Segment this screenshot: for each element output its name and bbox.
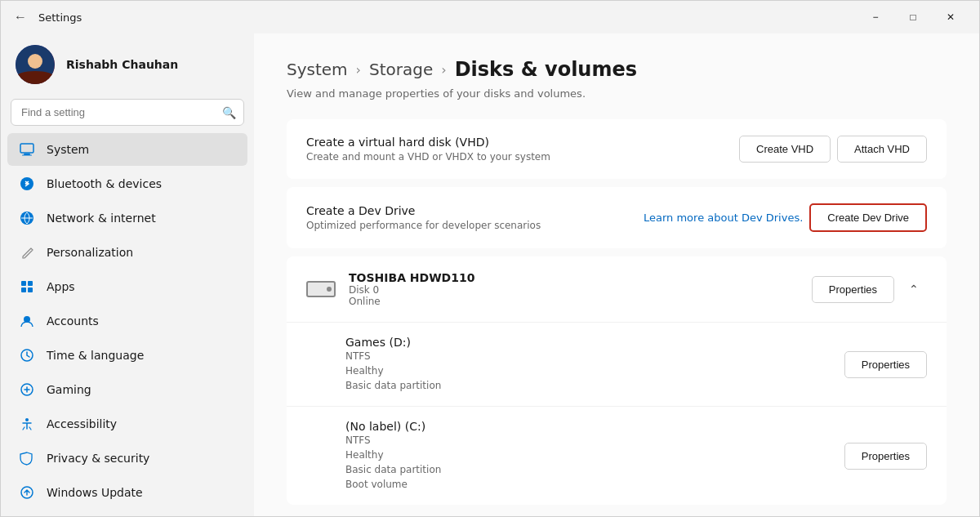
sidebar-item-label-bluetooth: Bluetooth & devices [47, 177, 162, 190]
sidebar: Rishabh Chauhan 🔍 System [1, 33, 254, 516]
disk-label: Disk 0 [349, 284, 379, 296]
devdrive-actions: Learn more about Dev Drives. Create Dev … [644, 203, 927, 232]
breadcrumb: System › Storage › Disks & volumes [287, 58, 947, 81]
volume-name-games: Games (D:) [345, 336, 831, 349]
sidebar-item-label-network: Network & internet [47, 212, 156, 225]
disk-properties-button[interactable]: Properties [812, 276, 894, 303]
sidebar-item-bluetooth[interactable]: Bluetooth & devices [7, 167, 247, 200]
attach-vhd-button[interactable]: Attach VHD [837, 136, 927, 163]
apps-icon [19, 279, 35, 295]
sidebar-item-time[interactable]: Time & language [7, 339, 247, 372]
devdrive-text: Create a Dev Drive Optimized performance… [306, 204, 627, 231]
sidebar-item-label-privacy: Privacy & security [47, 452, 149, 465]
titlebar-controls: − □ ✕ [857, 4, 969, 30]
breadcrumb-storage[interactable]: Storage [369, 60, 433, 79]
sidebar-item-windowsupdate[interactable]: Windows Update [7, 476, 247, 509]
search-box: 🔍 [11, 99, 244, 126]
sidebar-item-label-time: Time & language [47, 349, 144, 362]
network-icon [19, 210, 35, 226]
volume-info-games: Games (D:) NTFS Healthy Basic data parti… [345, 336, 831, 393]
create-vhd-button[interactable]: Create VHD [739, 136, 831, 163]
disk-header-actions: Properties ⌃ [812, 276, 927, 303]
disk-status: Online [349, 296, 381, 307]
disk-card: TOSHIBA HDWD110 Disk 0 Online Properties… [287, 256, 947, 505]
disk-header: TOSHIBA HDWD110 Disk 0 Online Properties… [287, 256, 947, 323]
sidebar-item-label-apps: Apps [47, 280, 75, 293]
volume-info-c: (No label) (C:) NTFS Healthy Basic data … [345, 420, 831, 492]
volume-row-c: (No label) (C:) NTFS Healthy Basic data … [287, 407, 947, 505]
svg-rect-9 [28, 281, 33, 286]
time-icon [19, 347, 35, 363]
devdrive-learn-link[interactable]: Learn more about Dev Drives. [644, 212, 803, 224]
titlebar-title: Settings [38, 11, 82, 24]
create-devdrive-button[interactable]: Create Dev Drive [809, 203, 927, 232]
sidebar-item-personalization[interactable]: Personalization [7, 236, 247, 269]
search-input[interactable] [11, 99, 244, 126]
vhd-desc: Create and mount a VHD or VHDX to your s… [306, 151, 723, 163]
volume-type-games: Basic data partition [345, 380, 441, 391]
search-icon: 🔍 [222, 106, 236, 119]
sidebar-item-gaming[interactable]: Gaming [7, 373, 247, 406]
svg-rect-8 [21, 281, 26, 286]
avatar [16, 45, 55, 84]
volume-type-c: Basic data partition [345, 464, 441, 475]
minimize-button[interactable]: − [857, 4, 894, 30]
volume-fs-games: NTFS [345, 350, 371, 362]
personalization-icon [19, 244, 35, 261]
back-button[interactable]: ← [11, 7, 30, 28]
bluetooth-icon [19, 176, 35, 192]
titlebar-left: ← Settings [11, 7, 82, 28]
maximize-button[interactable]: □ [894, 4, 932, 30]
svg-rect-5 [22, 155, 32, 156]
sidebar-item-accounts[interactable]: Accounts [7, 305, 247, 337]
breadcrumb-sep2: › [441, 62, 446, 78]
sidebar-item-label-system: System [47, 143, 89, 156]
main-content: System › Storage › Disks & volumes View … [254, 33, 979, 516]
user-profile: Rishabh Chauhan [7, 33, 247, 99]
privacy-icon [19, 450, 35, 466]
devdrive-desc: Optimized performance for developer scen… [306, 220, 627, 231]
username: Rishabh Chauhan [66, 58, 178, 71]
accounts-icon [19, 313, 35, 329]
devdrive-card: Create a Dev Drive Optimized performance… [287, 187, 947, 248]
vhd-title: Create a virtual hard disk (VHD) [306, 136, 723, 149]
disk-icon [306, 281, 336, 297]
gaming-icon [19, 381, 35, 398]
devdrive-title: Create a Dev Drive [306, 204, 627, 217]
page-title: Disks & volumes [455, 58, 637, 81]
close-button[interactable]: ✕ [932, 4, 969, 30]
page-subtitle: View and manage properties of your disks… [287, 87, 947, 100]
sidebar-item-accessibility[interactable]: Accessibility [7, 408, 247, 440]
breadcrumb-system[interactable]: System [287, 60, 348, 79]
svg-point-15 [25, 418, 29, 421]
disk-collapse-button[interactable]: ⌃ [901, 276, 927, 302]
sidebar-item-privacy[interactable]: Privacy & security [7, 442, 247, 475]
windowsupdate-icon [19, 484, 35, 501]
sidebar-item-network[interactable]: Network & internet [7, 202, 247, 234]
volume-properties-c-button[interactable]: Properties [844, 443, 927, 470]
volume-meta-c: NTFS Healthy Basic data partition Boot v… [345, 433, 831, 492]
sidebar-item-apps[interactable]: Apps [7, 270, 247, 303]
sidebar-item-label-gaming: Gaming [47, 383, 91, 396]
vhd-row: Create a virtual hard disk (VHD) Create … [287, 119, 947, 179]
window: ← Settings − □ ✕ Rishabh Chauhan [0, 0, 980, 517]
breadcrumb-sep1: › [356, 62, 361, 78]
system-icon [19, 141, 35, 158]
titlebar: ← Settings − □ ✕ [1, 1, 979, 33]
sidebar-item-label-accounts: Accounts [47, 314, 99, 328]
disk-info: TOSHIBA HDWD110 Disk 0 Online [349, 271, 799, 307]
svg-rect-10 [21, 287, 26, 292]
accessibility-icon [19, 416, 35, 432]
sidebar-item-label-accessibility: Accessibility [47, 417, 117, 430]
volume-row-games: Games (D:) NTFS Healthy Basic data parti… [287, 323, 947, 407]
volume-health-games: Healthy [345, 365, 384, 377]
sidebar-item-system[interactable]: System [7, 133, 247, 166]
volume-health-c: Healthy [345, 449, 384, 461]
svg-rect-3 [20, 144, 33, 153]
volume-properties-games-button[interactable]: Properties [844, 351, 927, 378]
volume-boot-c: Boot volume [345, 479, 408, 490]
volume-name-c: (No label) (C:) [345, 420, 831, 433]
sidebar-item-label-personalization: Personalization [47, 246, 133, 259]
svg-rect-1 [16, 71, 55, 84]
vhd-card: Create a virtual hard disk (VHD) Create … [287, 119, 947, 179]
